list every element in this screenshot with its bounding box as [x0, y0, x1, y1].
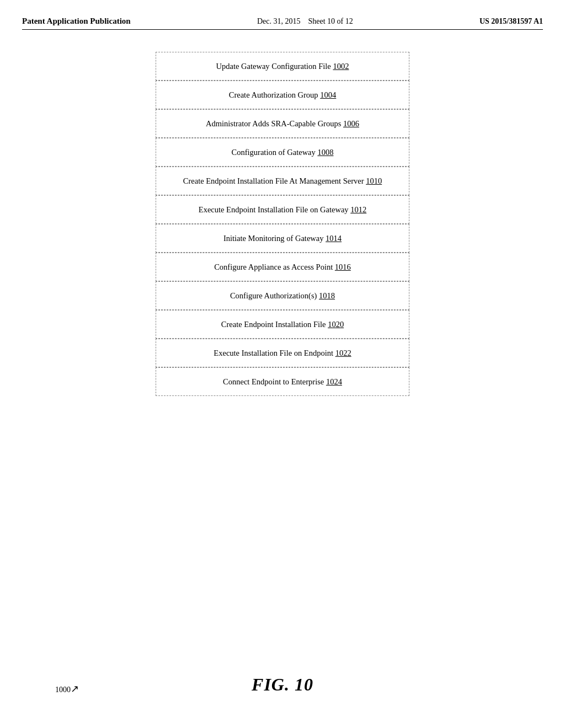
step-text-step8: Configure Appliance as Access Point 1016	[214, 263, 351, 272]
step-text-step11: Execute Installation File on Endpoint 10…	[214, 349, 351, 358]
step-num-step7: 1014	[326, 234, 342, 243]
step-num-step6: 1012	[350, 205, 366, 214]
step-num-step3: 1006	[343, 119, 359, 128]
step-text-step6: Execute Endpoint Installation File on Ga…	[199, 205, 366, 215]
page-header: Patent Application Publication Dec. 31, …	[22, 17, 543, 30]
flow-step-step5: Create Endpoint Installation File At Man…	[156, 167, 409, 195]
flow-step-step7: Initiate Monitoring of Gateway 1014	[156, 224, 409, 253]
date-label: Dec. 31, 2015	[257, 17, 301, 25]
flow-step-step2: Create Authorization Group 1004	[156, 81, 409, 109]
flow-step-step9: Configure Authorization(s) 1018	[156, 281, 409, 310]
step-num-step10: 1020	[328, 320, 344, 329]
step-text-step9: Configure Authorization(s) 1018	[230, 291, 335, 301]
step-num-step12: 1024	[326, 377, 342, 386]
step-text-step4: Configuration of Gateway 1008	[232, 148, 334, 157]
flow-step-step1: Update Gateway Configuration File 1002	[156, 52, 409, 81]
figure-label-area: 1000↗ FIG. 10	[22, 675, 543, 695]
footer: 1000↗ FIG. 10	[22, 675, 543, 695]
sheet-label: Sheet 10 of 12	[308, 17, 353, 25]
step-text-step2: Create Authorization Group 1004	[229, 90, 337, 100]
flow-step-step8: Configure Appliance as Access Point 1016	[156, 253, 409, 281]
patent-number-label: US 2015/381597 A1	[479, 17, 543, 26]
date-sheet-label: Dec. 31, 2015 Sheet 10 of 12	[257, 17, 353, 26]
step-text-step12: Connect Endpoint to Enterprise 1024	[223, 377, 342, 387]
step-num-step9: 1018	[319, 291, 335, 300]
step-num-step5: 1010	[366, 176, 382, 185]
flow-step-step12: Connect Endpoint to Enterprise 1024	[156, 367, 409, 396]
flow-step-step4: Configuration of Gateway 1008	[156, 138, 409, 167]
step-text-step7: Initiate Monitoring of Gateway 1014	[223, 234, 342, 243]
ref-arrow-icon: ↗	[71, 683, 79, 695]
figure-number-label: FIG. 10	[252, 675, 313, 695]
flow-step-step10: Create Endpoint Installation File 1020	[156, 310, 409, 339]
page: Patent Application Publication Dec. 31, …	[0, 0, 565, 728]
step-num-step11: 1022	[335, 349, 351, 357]
step-text-step1: Update Gateway Configuration File 1002	[216, 62, 349, 71]
figure-reference-number: 1000↗	[55, 683, 79, 695]
flow-step-step6: Execute Endpoint Installation File on Ga…	[156, 195, 409, 224]
step-text-step5: Create Endpoint Installation File At Man…	[183, 176, 382, 186]
step-num-step8: 1016	[335, 263, 351, 271]
flow-step-step11: Execute Installation File on Endpoint 10…	[156, 339, 409, 367]
step-text-step3: Administrator Adds SRA-Capable Groups 10…	[206, 119, 359, 129]
flow-step-step3: Administrator Adds SRA-Capable Groups 10…	[156, 109, 409, 138]
flowchart: Update Gateway Configuration File 1002Cr…	[22, 52, 543, 396]
step-num-step1: 1002	[333, 62, 349, 71]
step-num-step2: 1004	[320, 90, 336, 99]
publication-label: Patent Application Publication	[22, 17, 131, 26]
step-num-step4: 1008	[317, 148, 333, 157]
step-text-step10: Create Endpoint Installation File 1020	[221, 320, 344, 329]
